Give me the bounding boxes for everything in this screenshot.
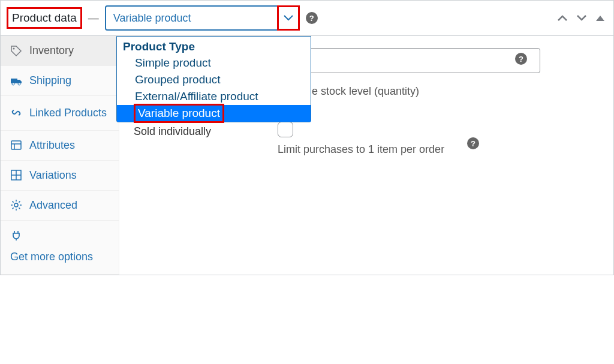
tag-icon — [10, 45, 22, 57]
product-data-sidebar: Inventory Shipping Linked Products Attri… — [1, 36, 119, 275]
sidebar-item-attributes[interactable]: Attributes — [1, 131, 119, 161]
sidebar-item-shipping[interactable]: Shipping — [1, 66, 119, 96]
page-title: Product data — [7, 7, 82, 29]
dropdown-option-simple[interactable]: Simple product — [117, 55, 311, 71]
svg-rect-4 — [11, 141, 21, 149]
truck-icon — [10, 75, 22, 87]
product-type-dropdown: Product Type Simple product Grouped prod… — [116, 36, 311, 122]
sold-individually-row: Sold individually Limit purchases to 1 i… — [134, 122, 599, 156]
sidebar-item-label: Inventory — [29, 44, 74, 57]
dash-separator: — — [88, 12, 99, 25]
svg-point-10 — [14, 203, 18, 207]
help-icon-sold-individually[interactable]: ? — [467, 137, 479, 149]
link-icon — [10, 107, 22, 119]
sidebar-item-label: Shipping — [29, 74, 71, 87]
sold-individually-checkbox[interactable] — [278, 122, 293, 137]
plug-icon — [10, 229, 22, 241]
sidebar-item-get-more[interactable]: Get more options — [1, 221, 119, 275]
dropdown-group-label: Product Type — [117, 37, 311, 55]
sidebar-item-label: Get more options — [10, 248, 93, 266]
product-type-selected-value: Variable product — [113, 12, 191, 25]
panel-move-down-icon[interactable] — [576, 14, 587, 22]
dropdown-option-external[interactable]: External/Affiliate product — [117, 88, 311, 105]
gear-icon — [10, 199, 22, 211]
chevron-highlight-box — [277, 5, 300, 31]
sidebar-item-linked-products[interactable]: Linked Products — [1, 96, 119, 131]
sidebar-item-inventory[interactable]: Inventory — [1, 36, 119, 66]
sku-input[interactable] — [300, 48, 540, 73]
sidebar-item-label: Variations — [29, 169, 77, 182]
svg-point-3 — [18, 83, 20, 85]
panel-header-controls — [557, 14, 605, 22]
manage-stock-description: Manage stock level (quantity) — [279, 85, 599, 98]
sidebar-item-variations[interactable]: Variations — [1, 161, 119, 191]
sidebar-item-label: Advanced — [29, 199, 77, 212]
sold-individually-description: Limit purchases to 1 item per order — [278, 143, 444, 156]
chevron-down-icon — [284, 15, 293, 21]
list-icon — [10, 139, 22, 151]
dropdown-option-grouped[interactable]: Grouped product — [117, 71, 311, 88]
sidebar-item-label: Attributes — [29, 139, 75, 152]
dropdown-selected-highlight: Variable product — [134, 104, 224, 123]
panel-collapse-icon[interactable] — [595, 14, 605, 22]
svg-point-0 — [13, 47, 15, 49]
sidebar-item-advanced[interactable]: Advanced — [1, 191, 119, 221]
sidebar-item-label: Linked Products — [29, 104, 107, 122]
panel-move-up-icon[interactable] — [557, 14, 568, 22]
sold-individually-label: Sold individually — [134, 122, 268, 138]
product-type-select[interactable]: Variable product — [105, 5, 300, 31]
help-icon-sku[interactable]: ? — [515, 53, 527, 65]
grid-icon — [10, 169, 22, 181]
dropdown-option-variable[interactable]: Variable product Variable product — [117, 105, 311, 122]
help-icon-product-type[interactable]: ? — [306, 12, 318, 24]
product-data-header: Product data — Variable product ? — [1, 1, 613, 36]
svg-rect-1 — [11, 79, 17, 83]
svg-point-2 — [12, 83, 14, 85]
